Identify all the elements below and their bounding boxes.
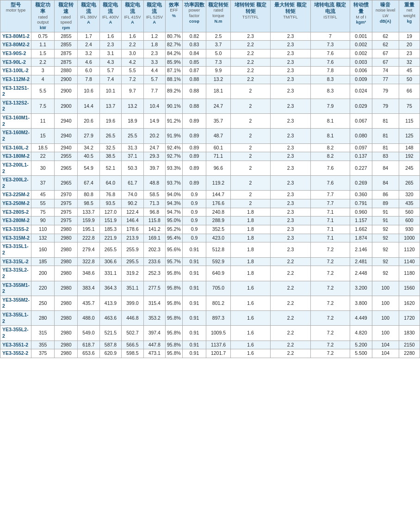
- table-cell: 0.89: [182, 176, 206, 191]
- table-cell: 252.3: [143, 266, 165, 281]
- table-cell: 2: [230, 84, 271, 99]
- table-cell: 0.91: [182, 242, 206, 257]
- table-cell: 0.360: [350, 191, 372, 199]
- table-cell: 2: [230, 99, 271, 113]
- table-cell: 125: [399, 129, 420, 143]
- table-cell: 1120: [399, 242, 420, 257]
- table-cell: YE3-355M2-2: [0, 296, 31, 310]
- table-cell: 598.5: [122, 349, 143, 358]
- table-cell: YE3-132S1-2: [0, 84, 31, 99]
- table-cell: 1.7: [78, 32, 99, 41]
- table-cell: 2.3: [143, 49, 165, 58]
- table-cell: YE3-315M-2: [0, 234, 31, 242]
- table-cell: 7.2: [310, 296, 350, 310]
- table-cell: 295.5: [122, 257, 143, 266]
- table-cell: 8.3: [310, 75, 350, 84]
- table-cell: 0.89: [182, 129, 206, 143]
- table-cell: 3: [31, 67, 54, 75]
- table-cell: 3.0: [122, 49, 143, 58]
- table-cell: 280: [31, 311, 54, 326]
- table-cell: 92: [372, 257, 399, 266]
- table-cell: 0.91: [182, 296, 206, 310]
- table-cell: 1.6: [230, 326, 271, 341]
- table-cell: YE3-250M-2: [0, 199, 31, 208]
- table-cell: 2: [230, 152, 271, 161]
- table-cell: 2880: [55, 67, 78, 75]
- table-cell: 2.2: [31, 58, 54, 67]
- table-cell: 250: [31, 296, 54, 310]
- table-cell: 1.8: [230, 217, 271, 225]
- table-cell: 95.8%: [166, 266, 183, 281]
- table-cell: 0.84: [182, 49, 206, 58]
- table-cell: 600: [399, 217, 420, 225]
- table-cell: 2.3: [271, 143, 310, 152]
- table-cell: 397.4: [143, 326, 165, 341]
- table-cell: 160: [31, 242, 54, 257]
- table-cell: 1.8: [230, 242, 271, 257]
- table-row: YE3-250M-255297598.593.590.271.394.3%0.9…: [0, 199, 420, 208]
- table-cell: 7.6: [310, 49, 350, 58]
- table-cell: 0.75: [31, 32, 54, 41]
- table-cell: 7.2: [310, 349, 350, 358]
- table-cell: 3.1: [99, 49, 121, 58]
- table-cell: 0.89: [182, 143, 206, 152]
- table-cell: 5.7: [99, 67, 121, 75]
- table-cell: 4.449: [350, 311, 372, 326]
- table-cell: 7.2: [310, 311, 350, 326]
- table-cell: 95.7%: [166, 257, 183, 266]
- table-cell: 18.9: [122, 114, 143, 129]
- table-row: YE3-315L-21852980322.8306.6295.5233.695.…: [0, 257, 420, 266]
- table-cell: 95.2%: [166, 225, 183, 234]
- table-cell: 84: [372, 176, 399, 191]
- table-cell: 2.3: [271, 208, 310, 217]
- table-cell: 10.6: [78, 84, 99, 99]
- table-cell: 348.6: [78, 266, 99, 281]
- table-cell: 315.4: [143, 296, 165, 310]
- table-cell: 115: [399, 114, 420, 129]
- table-cell: 95.0%: [166, 217, 183, 225]
- table-cell: 7.1: [310, 234, 350, 242]
- table-cell: 27.9: [78, 129, 99, 143]
- table-cell: YE3-80M1-2: [0, 32, 31, 41]
- table-cell: 2.3: [230, 32, 271, 41]
- table-cell: 7.3: [310, 41, 350, 50]
- table-cell: 0.9: [182, 225, 206, 234]
- table-cell: 3.2: [78, 49, 99, 58]
- table-cell: 2.3: [271, 242, 310, 257]
- table-cell: 13.2: [122, 99, 143, 113]
- table-cell: 0.269: [350, 176, 372, 191]
- table-cell: 2.3: [271, 191, 310, 199]
- table-cell: YE3-112M-2: [0, 75, 31, 84]
- table-row: YE3-80M2-21.128552.42.32.21.882.7%0.833.…: [0, 41, 420, 50]
- table-cell: 320: [399, 191, 420, 199]
- table-cell: 1.6: [230, 281, 271, 296]
- table-row: YE3-200L2-237296567.464.061.748.893.7%0.…: [0, 176, 420, 191]
- col-header-tm: 最大转矩 额定转矩 TM/TFL: [271, 0, 310, 32]
- table-cell: 2.2: [271, 311, 310, 326]
- table-cell: 94.7%: [166, 208, 183, 217]
- table-cell: 7.1: [310, 225, 350, 234]
- table-cell: 2.2: [271, 349, 310, 358]
- table-body: YE3-80M1-20.7528551.71.61.61.280.7%0.822…: [0, 32, 420, 358]
- table-cell: 88.1%: [166, 75, 183, 84]
- table-cell: 2900: [55, 99, 78, 113]
- table-cell: 233.6: [143, 257, 165, 266]
- table-cell: 81: [372, 114, 399, 129]
- table-cell: 38.5: [99, 152, 121, 161]
- table-cell: 2280: [399, 349, 420, 358]
- table-cell: 7.6: [310, 161, 350, 175]
- table-cell: 60.1: [206, 143, 230, 152]
- table-cell: 435.7: [78, 296, 99, 310]
- table-cell: YE3-200L2-2: [0, 176, 31, 191]
- table-cell: 0.097: [350, 143, 372, 152]
- table-cell: 0.85: [182, 58, 206, 67]
- col-header-inertia: 转动惯量 M of I kgm²: [350, 0, 372, 32]
- table-cell: 1.8: [230, 225, 271, 234]
- table-cell: 2855: [55, 41, 78, 50]
- table-cell: 9.7: [122, 84, 143, 99]
- table-cell: 93.5: [99, 199, 121, 208]
- table-cell: 7.9: [310, 99, 350, 113]
- table-cell: 202.3: [143, 242, 165, 257]
- table-cell: 34.2: [78, 143, 99, 152]
- table-cell: 3.800: [350, 296, 372, 310]
